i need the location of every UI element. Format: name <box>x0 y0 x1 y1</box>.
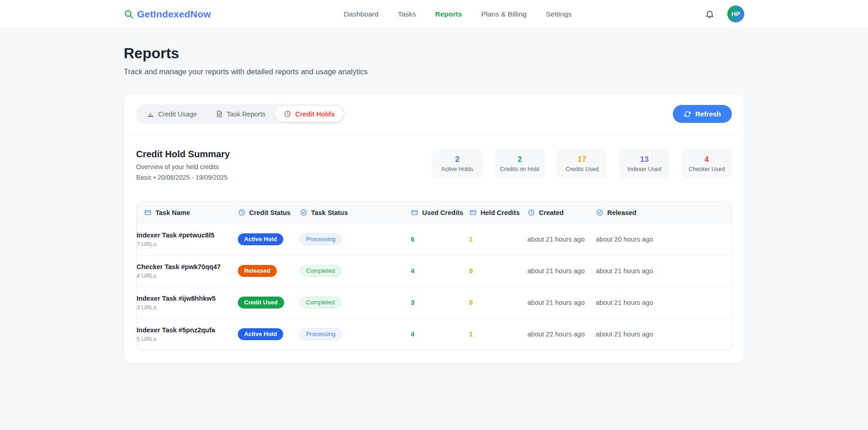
task-cell: Indexer Task #5pnz2qufa 5 URLs <box>137 320 238 348</box>
notifications-bell-icon[interactable] <box>704 9 715 20</box>
column-label: Released <box>607 209 637 216</box>
created-time: about 21 hours ago <box>527 267 585 275</box>
used-credits-value: 6 <box>411 236 414 243</box>
column-label: Used Credits <box>422 209 463 216</box>
reports-card: Credit Usage Task Reports <box>124 94 744 364</box>
task-url-count: 4 URLs <box>137 272 234 279</box>
summary-text: Credit Hold Summary Overview of your hel… <box>136 149 230 181</box>
nav-item-tasks[interactable]: Tasks <box>398 10 416 18</box>
column-held-credits: Held Credits <box>469 202 527 223</box>
card-icon <box>144 209 152 216</box>
task-status-badge: Processing <box>300 328 342 341</box>
refresh-button[interactable]: Refresh <box>673 105 732 123</box>
used-credits-value: 3 <box>411 299 414 306</box>
nav-item-reports[interactable]: Reports <box>435 10 462 18</box>
nav-item-dashboard[interactable]: Dashboard <box>344 10 379 18</box>
column-label: Task Status <box>311 209 348 216</box>
tab-label: Credit Holds <box>295 110 335 118</box>
task-name: Indexer Task #ijw8hhkw5 <box>137 295 234 302</box>
stat-value: 2 <box>438 155 477 164</box>
column-label: Credit Status <box>249 209 291 216</box>
credit-holds-table: Task Name Credit Status Task Status <box>136 201 732 350</box>
stat-value: 4 <box>687 155 726 164</box>
search-icon <box>124 9 134 19</box>
summary-subtitle: Overview of your held credits <box>136 163 230 171</box>
check-circle-icon <box>300 209 308 216</box>
task-cell: Indexer Task #ijw8hhkw5 3 URLs <box>137 289 238 317</box>
page-title: Reports <box>124 45 744 62</box>
credit-hold-summary: Credit Hold Summary Overview of your hel… <box>124 134 744 181</box>
user-avatar[interactable]: HP <box>727 6 744 22</box>
task-status-badge: Processing <box>300 233 342 246</box>
reports-toolbar: Credit Usage Task Reports <box>124 94 744 134</box>
summary-plan-period: Basic • 20/08/2025 - 19/09/2025 <box>136 174 230 181</box>
stat-credits-used: 17 Credits Used <box>557 149 607 178</box>
column-released: Released <box>596 202 731 223</box>
brand-name: GetIndexedNow <box>137 9 211 20</box>
stat-label: Credits on Hold <box>500 166 539 172</box>
task-url-count: 7 URLs <box>137 241 234 248</box>
created-time: about 21 hours ago <box>527 236 585 243</box>
table-row: Indexer Task #petwuc8l5 7 URLs Active Ho… <box>137 223 731 255</box>
column-task-name: Task Name <box>137 202 238 223</box>
page-header: Reports Track and manage your reports wi… <box>124 28 744 76</box>
held-credits-value: 1 <box>469 236 473 243</box>
column-credit-status: Credit Status <box>238 202 300 223</box>
created-time: about 22 hours ago <box>527 331 585 338</box>
task-name: Indexer Task #5pnz2qufa <box>137 326 234 334</box>
tab-label: Credit Usage <box>158 110 197 118</box>
table-header-row: Task Name Credit Status Task Status <box>137 202 731 223</box>
used-credits-value: 4 <box>411 267 414 275</box>
credit-status-badge: Released <box>238 265 277 277</box>
released-time: about 21 hours ago <box>596 299 653 306</box>
released-time: about 21 hours ago <box>596 331 653 338</box>
stat-value: 13 <box>625 155 664 164</box>
refresh-icon <box>684 110 691 118</box>
held-credits-value: 0 <box>469 267 473 275</box>
stat-label: Credits Used <box>562 166 602 172</box>
held-credits-value: 0 <box>469 299 473 306</box>
refresh-label: Refresh <box>695 110 721 118</box>
card-icon <box>411 209 418 216</box>
stat-indexer-used: 13 Indexer Used <box>619 149 670 178</box>
top-right-actions: HP <box>704 6 744 22</box>
card-icon <box>469 209 477 216</box>
credit-status-badge: Credit Used <box>238 297 284 309</box>
stat-label: Active Holds <box>438 166 477 172</box>
summary-title: Credit Hold Summary <box>136 149 230 160</box>
column-label: Created <box>539 209 564 216</box>
main-nav: Dashboard Tasks Reports Plans & Billing … <box>344 10 571 18</box>
bar-chart-icon <box>147 110 154 118</box>
tab-task-reports[interactable]: Task Reports <box>207 106 275 122</box>
used-credits-value: 4 <box>411 331 414 338</box>
nav-item-settings[interactable]: Settings <box>546 10 571 18</box>
created-time: about 21 hours ago <box>527 299 585 306</box>
top-bar: GetIndexedNow Dashboard Tasks Reports Pl… <box>0 0 868 28</box>
stat-credits-on-hold: 2 Credits on Hold <box>494 149 545 178</box>
brand-logo[interactable]: GetIndexedNow <box>124 9 211 20</box>
file-icon <box>215 110 223 118</box>
table-row: Indexer Task #ijw8hhkw5 3 URLs Credit Us… <box>137 287 731 318</box>
stat-label: Indexer Used <box>625 166 664 172</box>
stat-value: 17 <box>562 155 602 164</box>
column-created: Created <box>527 202 596 223</box>
clock-icon <box>238 209 246 216</box>
clock-icon <box>527 209 535 216</box>
main-content: Reports Track and manage your reports wi… <box>124 28 744 364</box>
column-label: Task Name <box>155 209 190 216</box>
credit-status-badge: Active Hold <box>238 233 284 246</box>
task-cell: Checker Task #pwk70qq47 4 URLs <box>137 257 238 285</box>
task-name: Indexer Task #petwuc8l5 <box>137 232 234 239</box>
stat-value: 2 <box>500 155 539 164</box>
nav-item-plans-billing[interactable]: Plans & Billing <box>481 10 527 18</box>
check-circle-icon <box>596 209 604 216</box>
task-cell: Indexer Task #petwuc8l5 7 URLs <box>137 226 238 254</box>
column-label: Held Credits <box>481 209 520 216</box>
page-subtitle: Track and manage your reports with detai… <box>124 67 744 76</box>
table-row: Checker Task #pwk70qq47 4 URLs Released … <box>137 255 731 287</box>
table-row: Indexer Task #5pnz2qufa 5 URLs Active Ho… <box>137 318 731 350</box>
tab-credit-usage[interactable]: Credit Usage <box>138 106 206 122</box>
tab-credit-holds[interactable]: Credit Holds <box>275 106 343 122</box>
stat-active-holds: 2 Active Holds <box>432 149 483 178</box>
released-time: about 20 hours ago <box>596 236 653 243</box>
